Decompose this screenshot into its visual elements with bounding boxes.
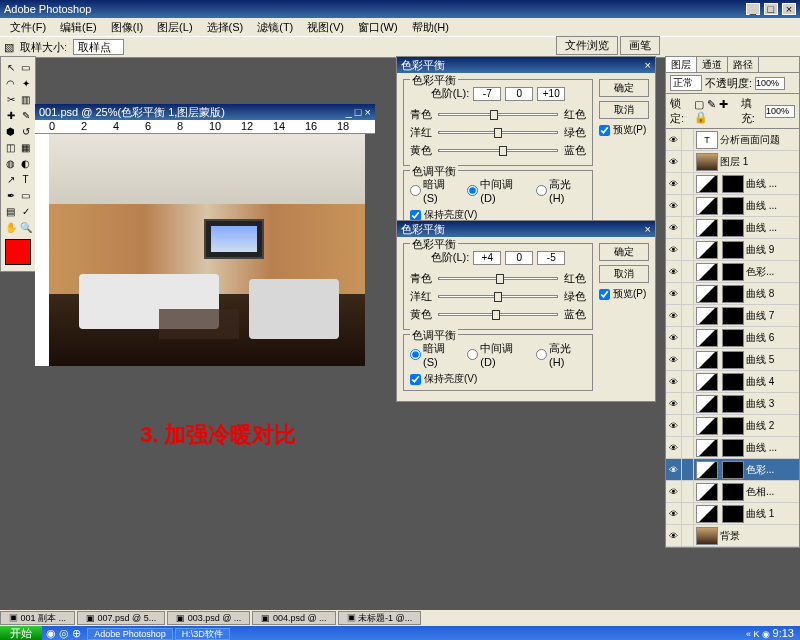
move-tool[interactable]: ↖ [3, 59, 18, 75]
dodge-tool[interactable]: ◐ [18, 155, 33, 171]
preview-checkbox[interactable]: 预览(P) [599, 287, 649, 301]
link-cell[interactable] [682, 239, 694, 260]
slider-thumb[interactable] [494, 292, 502, 302]
dialog-titlebar[interactable]: 色彩平衡× [397, 57, 655, 73]
layer-mask-thumb[interactable] [722, 373, 744, 391]
shape-tool[interactable]: ▭ [18, 187, 33, 203]
level-input-1[interactable] [473, 87, 501, 101]
taskbar-app[interactable]: Adobe Photoshop [87, 628, 173, 640]
menu-item[interactable]: 帮助(H) [406, 20, 455, 35]
visibility-icon[interactable]: 👁 [666, 393, 682, 414]
history-brush-tool[interactable]: ↺ [18, 123, 33, 139]
ok-button[interactable]: 确定 [599, 79, 649, 97]
layer-thumb[interactable] [696, 461, 718, 479]
slider-thumb[interactable] [499, 146, 507, 156]
doc-tab-button[interactable]: ▣ 004.psd @ ... [252, 611, 335, 625]
layer-mask-thumb[interactable] [722, 307, 744, 325]
layer-mask-thumb[interactable] [722, 351, 744, 369]
layer-row[interactable]: 👁 曲线 ... [666, 217, 799, 239]
maximize-button[interactable]: □ [764, 3, 778, 15]
close-button[interactable]: × [782, 3, 796, 15]
layer-thumb[interactable] [696, 197, 718, 215]
visibility-icon[interactable]: 👁 [666, 305, 682, 326]
link-cell[interactable] [682, 261, 694, 282]
ok-button[interactable]: 确定 [599, 243, 649, 261]
tone-radio[interactable]: 中间调(D) [467, 177, 528, 204]
lock-icons[interactable]: ▢ ✎ ✚ 🔒 [694, 98, 737, 124]
gradient-tool[interactable]: ▦ [18, 139, 33, 155]
link-cell[interactable] [682, 459, 694, 480]
zoom-tool[interactable]: 🔍 [18, 219, 33, 235]
layer-mask-thumb[interactable] [722, 483, 744, 501]
dialog-titlebar[interactable]: 色彩平衡× [397, 221, 655, 237]
visibility-icon[interactable]: 👁 [666, 525, 682, 546]
layer-thumb[interactable] [696, 241, 718, 259]
slider-track[interactable] [438, 295, 558, 298]
link-cell[interactable] [682, 217, 694, 238]
link-cell[interactable] [682, 151, 694, 172]
layer-row[interactable]: 👁 曲线 5 [666, 349, 799, 371]
tone-radio[interactable]: 高光(H) [536, 341, 586, 368]
tone-radio[interactable]: 暗调(S) [410, 341, 459, 368]
wand-tool[interactable]: ✦ [18, 75, 33, 91]
layer-mask-thumb[interactable] [722, 395, 744, 413]
preserve-luminosity[interactable]: 保持亮度(V) [410, 372, 586, 386]
menu-item[interactable]: 文件(F) [4, 20, 52, 35]
link-cell[interactable] [682, 437, 694, 458]
eyedropper-tool[interactable]: ✓ [18, 203, 33, 219]
eraser-tool[interactable]: ◫ [3, 139, 18, 155]
visibility-icon[interactable]: 👁 [666, 415, 682, 436]
top-tab[interactable]: 画笔 [620, 36, 660, 55]
layer-row[interactable]: 👁 色彩... [666, 459, 799, 481]
pen-tool[interactable]: ✒ [3, 187, 18, 203]
slider-track[interactable] [438, 131, 558, 134]
layer-thumb[interactable] [696, 395, 718, 413]
visibility-icon[interactable]: 👁 [666, 503, 682, 524]
visibility-icon[interactable]: 👁 [666, 371, 682, 392]
canvas-image[interactable] [49, 134, 365, 366]
cancel-button[interactable]: 取消 [599, 265, 649, 283]
layer-row[interactable]: 👁 色相... [666, 481, 799, 503]
palette-tab[interactable]: 路径 [728, 57, 759, 72]
menu-item[interactable]: 图像(I) [105, 20, 149, 35]
document-titlebar[interactable]: 001.psd @ 25%(色彩平衡 1,图层蒙版) _ □ × [35, 104, 375, 120]
menu-item[interactable]: 滤镜(T) [251, 20, 299, 35]
visibility-icon[interactable]: 👁 [666, 151, 682, 172]
visibility-icon[interactable]: 👁 [666, 261, 682, 282]
doc-tab-button[interactable]: ▣ 007.psd @ 5... [77, 611, 165, 625]
menu-item[interactable]: 选择(S) [201, 20, 250, 35]
slider-thumb[interactable] [492, 310, 500, 320]
layer-row[interactable]: 👁 曲线 1 [666, 503, 799, 525]
slider-thumb[interactable] [496, 274, 504, 284]
layer-mask-thumb[interactable] [722, 285, 744, 303]
sample-size-dropdown[interactable]: 取样点 [73, 39, 124, 55]
layer-thumb[interactable] [696, 263, 718, 281]
link-cell[interactable] [682, 195, 694, 216]
tone-radio[interactable]: 中间调(D) [467, 341, 528, 368]
marquee-tool[interactable]: ▭ [18, 59, 33, 75]
link-cell[interactable] [682, 327, 694, 348]
level-input-2[interactable] [505, 251, 533, 265]
taskbar-app[interactable]: H:\3D软件 [175, 628, 230, 640]
layer-mask-thumb[interactable] [722, 505, 744, 523]
layer-mask-thumb[interactable] [722, 241, 744, 259]
layer-row[interactable]: 👁 曲线 2 [666, 415, 799, 437]
layer-row[interactable]: 👁 曲线 9 [666, 239, 799, 261]
cancel-button[interactable]: 取消 [599, 101, 649, 119]
layer-thumb[interactable] [696, 153, 718, 171]
link-cell[interactable] [682, 173, 694, 194]
menu-item[interactable]: 视图(V) [301, 20, 350, 35]
dialog-close-icon[interactable]: × [645, 59, 651, 71]
layer-thumb[interactable]: T [696, 131, 718, 149]
tone-radio[interactable]: 暗调(S) [410, 177, 459, 204]
slider-track[interactable] [438, 149, 558, 152]
minimize-button[interactable]: _ [746, 3, 760, 15]
link-cell[interactable] [682, 283, 694, 304]
slice-tool[interactable]: ▥ [18, 91, 33, 107]
visibility-icon[interactable]: 👁 [666, 195, 682, 216]
opacity-input[interactable] [755, 77, 785, 90]
layer-row[interactable]: 👁 曲线 ... [666, 195, 799, 217]
menu-item[interactable]: 窗口(W) [352, 20, 404, 35]
top-tab[interactable]: 文件浏览 [556, 36, 618, 55]
stamp-tool[interactable]: ⬢ [3, 123, 18, 139]
